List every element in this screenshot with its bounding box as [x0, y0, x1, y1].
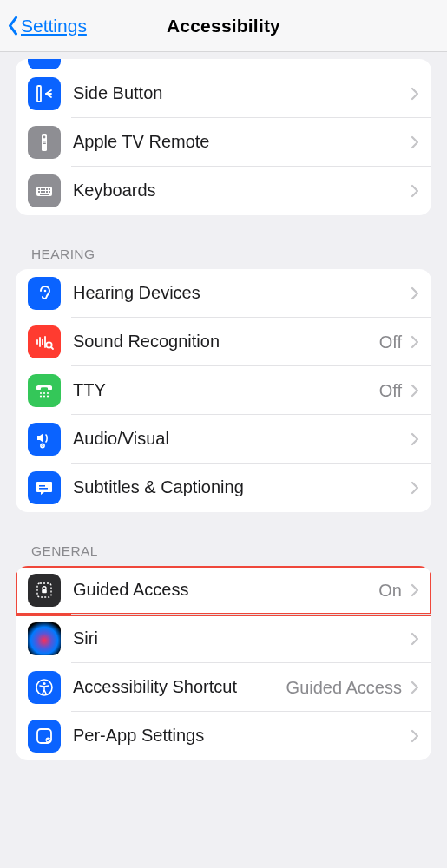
- accessibility-shortcut-icon: [28, 671, 61, 704]
- row-detail: Guided Access: [286, 678, 402, 698]
- chevron-right-icon: [411, 184, 419, 198]
- group-general: Guided Access On Siri Accessibility Shor…: [16, 566, 431, 760]
- svg-point-38: [43, 682, 45, 685]
- sound-recognition-icon: [28, 326, 61, 358]
- row-audio-visual[interactable]: Audio/Visual: [16, 415, 431, 464]
- guided-access-icon: [28, 574, 61, 607]
- subtitles-icon: [28, 471, 61, 504]
- hearing-devices-icon: [28, 277, 61, 310]
- svg-rect-11: [49, 188, 50, 190]
- back-button[interactable]: Settings: [7, 16, 87, 36]
- svg-rect-12: [38, 191, 40, 193]
- svg-rect-17: [40, 194, 49, 195]
- svg-rect-16: [49, 191, 50, 193]
- row-label: Siri: [73, 628, 402, 649]
- row-label: Subtitles & Captioning: [73, 477, 402, 498]
- svg-rect-13: [41, 191, 43, 193]
- svg-rect-33: [39, 485, 45, 487]
- siri-icon: [28, 622, 61, 655]
- svg-rect-7: [38, 188, 40, 190]
- per-app-settings-icon: [28, 720, 61, 753]
- svg-point-28: [40, 395, 42, 397]
- svg-point-18: [44, 290, 47, 293]
- chevron-right-icon: [411, 384, 419, 398]
- chevron-right-icon: [411, 632, 419, 646]
- chevron-left-icon: [7, 16, 19, 36]
- row-label: Audio/Visual: [73, 429, 402, 450]
- svg-rect-10: [46, 188, 48, 190]
- peek-icon: [28, 59, 61, 69]
- svg-rect-36: [42, 589, 47, 593]
- nav-bar: Settings Accessibility: [0, 0, 447, 52]
- row-label: Per-App Settings: [73, 726, 402, 746]
- audio-visual-icon: [28, 423, 61, 456]
- row-detail: On: [378, 581, 402, 601]
- tty-icon: [28, 374, 61, 407]
- row-detail: Off: [379, 332, 402, 352]
- chevron-right-icon: [411, 135, 419, 149]
- svg-rect-9: [43, 188, 45, 190]
- svg-rect-0: [37, 86, 41, 102]
- apple-tv-remote-icon: [28, 126, 61, 159]
- chevron-right-icon: [411, 335, 419, 349]
- svg-point-3: [43, 136, 46, 139]
- svg-point-27: [47, 392, 49, 394]
- svg-rect-15: [46, 191, 48, 193]
- chevron-right-icon: [411, 729, 419, 743]
- row-sound-recognition[interactable]: Sound Recognition Off: [16, 318, 431, 366]
- svg-rect-34: [39, 488, 48, 490]
- group-hearing: Hearing Devices Sound Recognition Off: [16, 269, 431, 512]
- row-hearing-devices[interactable]: Hearing Devices: [16, 269, 431, 318]
- row-guided-access[interactable]: Guided Access On: [16, 566, 431, 615]
- row-label: Side Button: [73, 83, 402, 104]
- section-header-hearing: HEARING: [31, 247, 416, 262]
- svg-line-24: [51, 347, 53, 349]
- chevron-right-icon: [411, 481, 419, 495]
- svg-point-29: [43, 395, 45, 397]
- row-label: Hearing Devices: [73, 283, 402, 304]
- row-previous-cropped[interactable]: [16, 59, 431, 69]
- row-label: Sound Recognition: [73, 332, 372, 352]
- section-header-general: GENERAL: [31, 543, 416, 559]
- row-accessibility-shortcut[interactable]: Accessibility Shortcut Guided Access: [16, 663, 431, 712]
- svg-rect-5: [43, 143, 46, 144]
- row-per-app-settings[interactable]: Per-App Settings: [16, 712, 431, 760]
- keyboards-icon: [28, 174, 61, 207]
- group-physical-motor: Side Button Apple TV Remote: [16, 59, 431, 215]
- chevron-right-icon: [411, 432, 419, 446]
- chevron-right-icon: [411, 681, 419, 694]
- svg-rect-8: [41, 188, 43, 190]
- side-button-icon: [28, 77, 61, 110]
- row-apple-tv-remote[interactable]: Apple TV Remote: [16, 118, 431, 167]
- svg-point-26: [43, 392, 45, 394]
- svg-rect-4: [43, 141, 46, 141]
- svg-point-30: [47, 395, 49, 397]
- row-tty[interactable]: TTY Off: [16, 366, 431, 415]
- row-siri[interactable]: Siri: [16, 615, 431, 663]
- row-label: Apple TV Remote: [73, 132, 402, 153]
- row-detail: Off: [379, 381, 402, 401]
- row-label: Keyboards: [73, 181, 402, 201]
- row-side-button[interactable]: Side Button: [16, 69, 431, 118]
- svg-point-25: [40, 392, 42, 394]
- chevron-right-icon: [411, 87, 419, 101]
- svg-rect-14: [43, 191, 45, 193]
- row-label: Guided Access: [73, 580, 371, 601]
- chevron-right-icon: [411, 583, 419, 597]
- page-title: Accessibility: [167, 16, 280, 36]
- svg-point-32: [42, 445, 43, 447]
- row-subtitles-captioning[interactable]: Subtitles & Captioning: [16, 464, 431, 512]
- chevron-right-icon: [411, 286, 419, 300]
- row-keyboards[interactable]: Keyboards: [16, 167, 431, 215]
- row-label: TTY: [73, 380, 372, 401]
- row-label: Accessibility Shortcut: [73, 677, 279, 698]
- back-label: Settings: [21, 16, 87, 36]
